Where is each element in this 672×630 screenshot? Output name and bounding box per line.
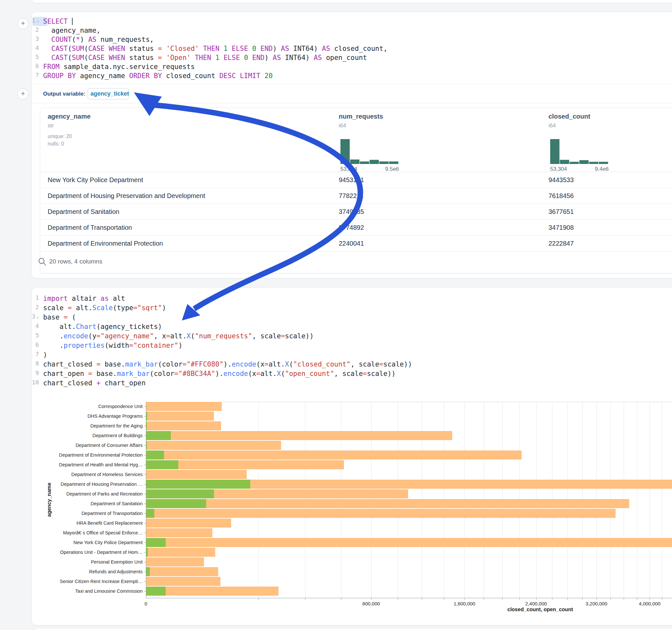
code-token: chart_closed <box>43 379 96 387</box>
y-tick <box>144 504 146 504</box>
y-tick <box>144 436 146 436</box>
histogram-max-label: 9.5e6 <box>385 166 399 172</box>
code-token: . <box>43 332 64 340</box>
bar-open-count <box>146 499 206 508</box>
code-token: WHEN <box>109 54 125 62</box>
y-axis-label: Department of Environmental Protection <box>55 453 143 458</box>
code-token: 0 <box>244 54 248 62</box>
code-token: base. <box>100 360 125 368</box>
code-token: X <box>277 370 281 378</box>
x-axis-label: 4,000,000 <box>639 601 661 606</box>
line-number: 10 <box>24 379 39 386</box>
code-token: AS <box>281 45 289 52</box>
y-axis-label: Department of Buildings <box>55 433 143 438</box>
code-token: scale)) <box>383 360 412 368</box>
collapse-caret-icon[interactable]: ⌄ <box>36 314 39 319</box>
code-token: ) <box>162 304 166 312</box>
row-divider <box>40 219 672 220</box>
bar-open-count <box>146 548 148 557</box>
column-header: closed_count <box>549 113 590 120</box>
bar-open-count <box>146 567 150 576</box>
code-token <box>43 54 51 62</box>
code-token: open_count <box>322 54 367 62</box>
code-token: mark_bar <box>125 360 158 368</box>
code-token: LIMIT <box>240 72 260 80</box>
bar-closed-count <box>146 431 452 440</box>
python-code-line: .properties(width="container") <box>43 341 183 350</box>
sql-code-line: FROM sample_data.nyc.service_requests <box>43 62 195 71</box>
y-axis-title: agency_name <box>46 483 52 517</box>
histogram-bar <box>579 160 589 164</box>
previous-cell-bottom-edge <box>31 0 672 3</box>
code-token: closed_count <box>162 72 219 80</box>
y-tick <box>144 523 146 524</box>
line-number: 3 <box>24 35 39 42</box>
bar-closed-count <box>146 402 222 411</box>
line-number: 4 <box>24 44 39 51</box>
histogram-bar <box>340 139 350 164</box>
bar-open-count <box>146 587 166 596</box>
output-variable-chip[interactable]: agency_tickets <box>88 88 129 99</box>
code-token: = <box>166 332 170 340</box>
code-token: properties <box>64 342 104 349</box>
x-axis-label: 0 <box>145 601 147 606</box>
notebook-page: + + 1⌄SELECT 2 agency_name,3 COUNT(*) AS… <box>0 0 672 630</box>
code-token: alt. <box>260 370 277 378</box>
bar-closed-count <box>146 567 218 576</box>
code-token: status <box>125 45 158 52</box>
code-token <box>191 54 195 62</box>
add-cell-button-middle[interactable]: + <box>18 89 28 99</box>
x-axis-label: 800,000 <box>362 601 380 606</box>
code-token: = <box>129 342 134 349</box>
code-token: ( <box>84 45 88 52</box>
code-token: ) <box>43 351 47 359</box>
code-token: + <box>96 379 100 387</box>
code-token: encode <box>64 332 88 340</box>
code-token: chart_open <box>100 379 146 387</box>
code-token: (color <box>158 360 183 368</box>
code-token <box>105 54 109 62</box>
code-token: encode <box>232 360 257 368</box>
code-token: SUM <box>72 54 84 62</box>
python-code-line: chart_closed = base.mark_bar(color="#FFC… <box>43 360 412 369</box>
histogram-bar <box>369 160 379 164</box>
histogram-bar <box>350 160 360 164</box>
code-token: ( <box>68 54 72 62</box>
code-token: scale <box>43 304 68 312</box>
code-token: "#8BC34A" <box>178 370 215 378</box>
line-number: 6 <box>24 63 39 69</box>
code-token: . <box>43 342 64 349</box>
code-token: ( <box>84 54 88 62</box>
code-token <box>227 45 232 52</box>
table-cell-num-requests: 3774892 <box>339 224 364 232</box>
code-token: * <box>76 35 80 43</box>
y-tick <box>144 533 146 533</box>
code-token: END <box>252 54 265 62</box>
code-token: = <box>281 332 285 340</box>
search-icon[interactable] <box>37 257 47 266</box>
y-tick <box>144 416 146 416</box>
y-tick <box>144 581 146 582</box>
code-token: AS <box>314 54 322 62</box>
sql-code-line: CAST(SUM(CASE WHEN status = 'Open' THEN … <box>43 53 367 62</box>
code-token: = <box>257 370 261 378</box>
code-token: = <box>265 360 269 368</box>
bar-open-count <box>146 451 164 460</box>
code-token: = <box>133 304 138 312</box>
line-number: 3⌄ <box>24 313 39 320</box>
code-token: scale)) <box>285 332 314 340</box>
line-number: 2 <box>24 26 39 33</box>
column-type: i64 <box>549 122 556 129</box>
collapse-caret-icon[interactable]: ⌄ <box>36 18 39 23</box>
bar-closed-count <box>146 548 215 557</box>
code-token: status <box>125 54 158 62</box>
y-axis-label: Department of Parks and Recreation <box>55 491 143 496</box>
code-token: import <box>43 295 68 302</box>
bar-closed-count <box>146 412 214 421</box>
table-cell-num-requests: 9453131 <box>339 176 364 184</box>
column-header: num_requests <box>339 113 383 120</box>
code-token: , x <box>154 332 166 340</box>
code-token: ELSE <box>232 45 248 52</box>
y-axis-label: Operations Unit - Department of Hom… <box>55 550 143 555</box>
code-token: ( <box>281 370 285 378</box>
